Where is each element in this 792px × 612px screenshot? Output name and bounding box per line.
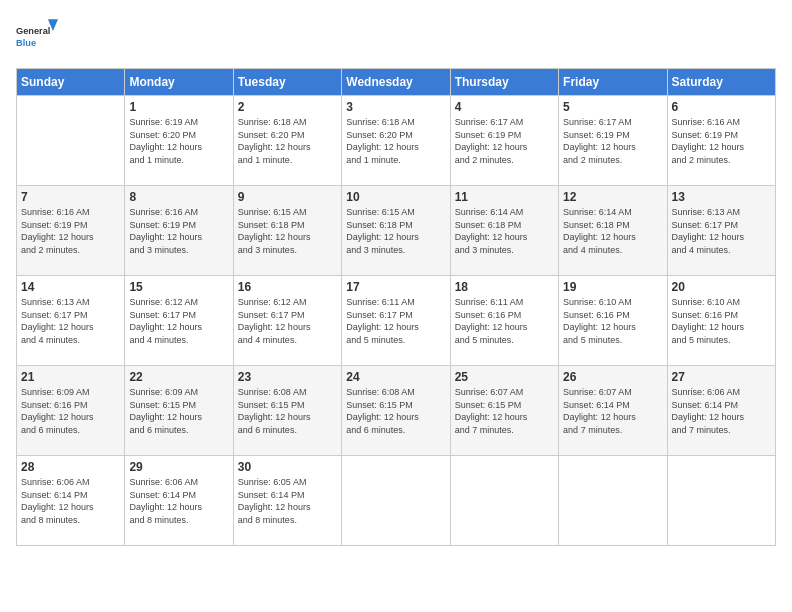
day-info: Sunrise: 6:18 AMSunset: 6:20 PMDaylight:… [346,116,445,166]
day-number: 16 [238,280,337,294]
calendar-cell: 8Sunrise: 6:16 AMSunset: 6:19 PMDaylight… [125,186,233,276]
day-info: Sunrise: 6:06 AMSunset: 6:14 PMDaylight:… [21,476,120,526]
calendar-cell: 25Sunrise: 6:07 AMSunset: 6:15 PMDayligh… [450,366,558,456]
day-info: Sunrise: 6:09 AMSunset: 6:15 PMDaylight:… [129,386,228,436]
day-number: 7 [21,190,120,204]
header-day-friday: Friday [559,69,667,96]
day-info: Sunrise: 6:07 AMSunset: 6:15 PMDaylight:… [455,386,554,436]
day-number: 25 [455,370,554,384]
day-info: Sunrise: 6:10 AMSunset: 6:16 PMDaylight:… [563,296,662,346]
day-number: 10 [346,190,445,204]
header-day-monday: Monday [125,69,233,96]
calendar-week-5: 28Sunrise: 6:06 AMSunset: 6:14 PMDayligh… [17,456,776,546]
day-info: Sunrise: 6:15 AMSunset: 6:18 PMDaylight:… [238,206,337,256]
day-info: Sunrise: 6:11 AMSunset: 6:16 PMDaylight:… [455,296,554,346]
calendar-cell: 12Sunrise: 6:14 AMSunset: 6:18 PMDayligh… [559,186,667,276]
day-number: 13 [672,190,771,204]
day-info: Sunrise: 6:16 AMSunset: 6:19 PMDaylight:… [129,206,228,256]
logo: General Blue [16,16,58,58]
day-number: 28 [21,460,120,474]
day-info: Sunrise: 6:14 AMSunset: 6:18 PMDaylight:… [563,206,662,256]
calendar-cell: 20Sunrise: 6:10 AMSunset: 6:16 PMDayligh… [667,276,775,366]
day-number: 9 [238,190,337,204]
calendar-cell: 3Sunrise: 6:18 AMSunset: 6:20 PMDaylight… [342,96,450,186]
calendar-cell: 14Sunrise: 6:13 AMSunset: 6:17 PMDayligh… [17,276,125,366]
calendar-cell: 16Sunrise: 6:12 AMSunset: 6:17 PMDayligh… [233,276,341,366]
calendar-cell: 21Sunrise: 6:09 AMSunset: 6:16 PMDayligh… [17,366,125,456]
calendar-cell: 15Sunrise: 6:12 AMSunset: 6:17 PMDayligh… [125,276,233,366]
day-info: Sunrise: 6:13 AMSunset: 6:17 PMDaylight:… [21,296,120,346]
day-number: 6 [672,100,771,114]
calendar-body: 1Sunrise: 6:19 AMSunset: 6:20 PMDaylight… [17,96,776,546]
day-info: Sunrise: 6:10 AMSunset: 6:16 PMDaylight:… [672,296,771,346]
day-info: Sunrise: 6:11 AMSunset: 6:17 PMDaylight:… [346,296,445,346]
day-number: 8 [129,190,228,204]
calendar-cell: 7Sunrise: 6:16 AMSunset: 6:19 PMDaylight… [17,186,125,276]
calendar-week-1: 1Sunrise: 6:19 AMSunset: 6:20 PMDaylight… [17,96,776,186]
calendar-cell: 23Sunrise: 6:08 AMSunset: 6:15 PMDayligh… [233,366,341,456]
day-info: Sunrise: 6:09 AMSunset: 6:16 PMDaylight:… [21,386,120,436]
header-row: SundayMondayTuesdayWednesdayThursdayFrid… [17,69,776,96]
day-number: 11 [455,190,554,204]
day-number: 1 [129,100,228,114]
logo-svg: General Blue [16,16,58,58]
day-info: Sunrise: 6:19 AMSunset: 6:20 PMDaylight:… [129,116,228,166]
header-day-tuesday: Tuesday [233,69,341,96]
day-number: 24 [346,370,445,384]
header-day-sunday: Sunday [17,69,125,96]
day-info: Sunrise: 6:17 AMSunset: 6:19 PMDaylight:… [563,116,662,166]
calendar-cell: 4Sunrise: 6:17 AMSunset: 6:19 PMDaylight… [450,96,558,186]
calendar-cell: 28Sunrise: 6:06 AMSunset: 6:14 PMDayligh… [17,456,125,546]
calendar-cell: 9Sunrise: 6:15 AMSunset: 6:18 PMDaylight… [233,186,341,276]
calendar-cell: 24Sunrise: 6:08 AMSunset: 6:15 PMDayligh… [342,366,450,456]
day-number: 14 [21,280,120,294]
day-number: 2 [238,100,337,114]
calendar-cell: 2Sunrise: 6:18 AMSunset: 6:20 PMDaylight… [233,96,341,186]
day-info: Sunrise: 6:13 AMSunset: 6:17 PMDaylight:… [672,206,771,256]
day-number: 26 [563,370,662,384]
calendar-cell: 11Sunrise: 6:14 AMSunset: 6:18 PMDayligh… [450,186,558,276]
calendar-cell [450,456,558,546]
day-info: Sunrise: 6:14 AMSunset: 6:18 PMDaylight:… [455,206,554,256]
day-number: 4 [455,100,554,114]
day-number: 30 [238,460,337,474]
day-number: 19 [563,280,662,294]
day-number: 21 [21,370,120,384]
calendar-cell [17,96,125,186]
header-day-thursday: Thursday [450,69,558,96]
calendar-cell: 1Sunrise: 6:19 AMSunset: 6:20 PMDaylight… [125,96,233,186]
day-info: Sunrise: 6:17 AMSunset: 6:19 PMDaylight:… [455,116,554,166]
day-number: 17 [346,280,445,294]
calendar-week-4: 21Sunrise: 6:09 AMSunset: 6:16 PMDayligh… [17,366,776,456]
day-number: 27 [672,370,771,384]
day-info: Sunrise: 6:05 AMSunset: 6:14 PMDaylight:… [238,476,337,526]
page-header: General Blue [16,16,776,58]
calendar-header: SundayMondayTuesdayWednesdayThursdayFrid… [17,69,776,96]
day-number: 12 [563,190,662,204]
svg-text:Blue: Blue [16,38,36,48]
calendar-cell: 6Sunrise: 6:16 AMSunset: 6:19 PMDaylight… [667,96,775,186]
calendar-cell [667,456,775,546]
day-number: 29 [129,460,228,474]
day-number: 18 [455,280,554,294]
day-info: Sunrise: 6:08 AMSunset: 6:15 PMDaylight:… [238,386,337,436]
day-info: Sunrise: 6:08 AMSunset: 6:15 PMDaylight:… [346,386,445,436]
calendar-cell: 13Sunrise: 6:13 AMSunset: 6:17 PMDayligh… [667,186,775,276]
calendar-cell: 5Sunrise: 6:17 AMSunset: 6:19 PMDaylight… [559,96,667,186]
svg-text:General: General [16,26,50,36]
calendar-cell: 29Sunrise: 6:06 AMSunset: 6:14 PMDayligh… [125,456,233,546]
header-day-saturday: Saturday [667,69,775,96]
day-info: Sunrise: 6:18 AMSunset: 6:20 PMDaylight:… [238,116,337,166]
day-info: Sunrise: 6:16 AMSunset: 6:19 PMDaylight:… [21,206,120,256]
day-number: 20 [672,280,771,294]
calendar-cell: 19Sunrise: 6:10 AMSunset: 6:16 PMDayligh… [559,276,667,366]
day-number: 22 [129,370,228,384]
day-number: 5 [563,100,662,114]
day-info: Sunrise: 6:07 AMSunset: 6:14 PMDaylight:… [563,386,662,436]
calendar-cell: 17Sunrise: 6:11 AMSunset: 6:17 PMDayligh… [342,276,450,366]
day-info: Sunrise: 6:06 AMSunset: 6:14 PMDaylight:… [129,476,228,526]
calendar-cell: 27Sunrise: 6:06 AMSunset: 6:14 PMDayligh… [667,366,775,456]
calendar-cell [342,456,450,546]
day-info: Sunrise: 6:16 AMSunset: 6:19 PMDaylight:… [672,116,771,166]
day-number: 23 [238,370,337,384]
